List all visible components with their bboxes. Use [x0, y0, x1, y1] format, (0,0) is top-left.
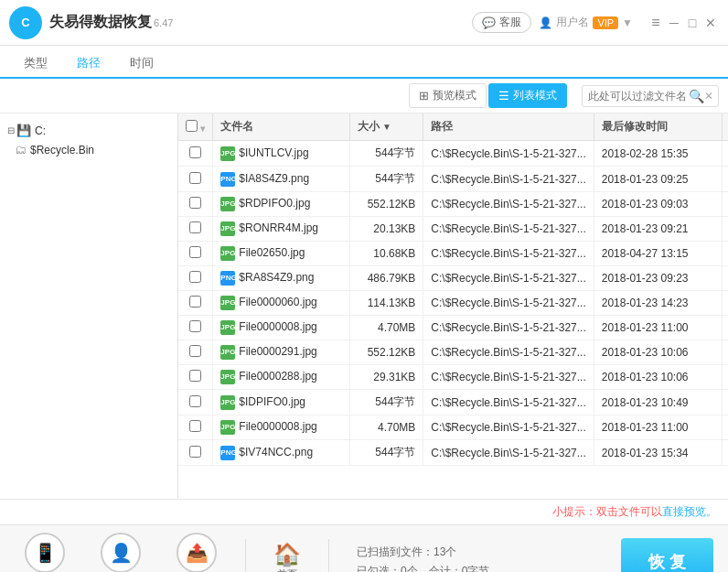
- table-row: PNG$IA8S4Z9.png 544字节 C:\$Recycle.Bin\S-…: [178, 167, 728, 192]
- tab-type[interactable]: 类型: [9, 49, 62, 79]
- tree-item-c-drive[interactable]: ⊟ 💾 C:: [0, 121, 177, 140]
- file-type-icon: JPG: [220, 246, 235, 261]
- row-path: C:\$Recycle.Bin\S-1-5-21-327...: [423, 316, 594, 340]
- app-logo: C: [9, 6, 42, 39]
- row-checkbox-cell: [178, 440, 213, 466]
- table-row: JPG$IDPIFO0.jpg 544字节 C:\$Recycle.Bin\S-…: [178, 390, 728, 416]
- sort-icon: ▾: [200, 124, 205, 134]
- col-header-name[interactable]: 文件名: [213, 113, 350, 141]
- row-name: JPGFile02650.jpg: [213, 242, 350, 266]
- row-preview: 🔍: [722, 365, 728, 390]
- row-time: 2018-04-27 13:15: [594, 242, 722, 266]
- file-type-icon: JPG: [220, 395, 235, 410]
- home-action[interactable]: 🏠 首页: [264, 542, 310, 572]
- row-time: 2018-01-23 10:49: [594, 390, 722, 416]
- row-checkbox-cell: [178, 266, 213, 291]
- preview-mode-button[interactable]: ⊞ 预览模式: [409, 83, 487, 108]
- row-checkbox[interactable]: [189, 345, 201, 357]
- tab-path[interactable]: 路径: [62, 49, 115, 79]
- search-input[interactable]: [588, 90, 689, 103]
- row-checkbox-cell: [178, 217, 213, 242]
- row-time: 2018-01-23 09:03: [594, 192, 722, 217]
- toolbar: ⊞ 预览模式 ☰ 列表模式 🔍 ✕: [0, 79, 728, 113]
- row-path: C:\$Recycle.Bin\S-1-5-21-327...: [423, 365, 594, 390]
- online-consult-action[interactable]: 👤 在线咨询: [93, 533, 148, 572]
- row-preview: 🔍: [722, 167, 728, 192]
- service-button[interactable]: 💬 客服: [472, 12, 531, 33]
- expand-icon: ⊟: [7, 125, 15, 135]
- row-size: 20.13KB: [350, 217, 423, 242]
- row-checkbox[interactable]: [189, 296, 201, 308]
- list-mode-button[interactable]: ☰ 列表模式: [488, 83, 567, 108]
- minimize-button[interactable]: ─: [666, 15, 682, 31]
- row-checkbox[interactable]: [189, 446, 201, 458]
- hint-link[interactable]: 直接预览。: [662, 504, 717, 520]
- table-row: JPG$RONRR4M.jpg 20.13KB C:\$Recycle.Bin\…: [178, 217, 728, 242]
- col-header-path[interactable]: 路径: [423, 113, 594, 141]
- hint-bar: 小提示：双击文件可以 直接预览。: [0, 499, 728, 524]
- row-checkbox[interactable]: [189, 146, 201, 158]
- app-title: 失易得数据恢复6.47: [49, 13, 472, 32]
- col-header-size[interactable]: 大小: [350, 113, 423, 141]
- row-path: C:\$Recycle.Bin\S-1-5-21-327...: [423, 192, 594, 217]
- table-row: JPGFile02650.jpg 10.68KB C:\$Recycle.Bin…: [178, 242, 728, 266]
- restore-button[interactable]: 恢 复: [621, 538, 713, 573]
- search-button[interactable]: 🔍: [689, 89, 704, 103]
- clear-search-button[interactable]: ✕: [704, 90, 713, 103]
- row-size: 486.79KB: [350, 266, 423, 291]
- row-checkbox[interactable]: [189, 246, 201, 258]
- save-scan-action[interactable]: 📤 保存扫描记录: [166, 533, 227, 572]
- row-name: JPGFile0000008.jpg: [213, 316, 350, 340]
- row-preview: 🔍: [722, 217, 728, 242]
- view-mode-group: ⊞ 预览模式 ☰ 列表模式: [409, 83, 567, 108]
- row-size: 552.12KB: [350, 192, 423, 217]
- tree-item-label: C:: [35, 124, 46, 137]
- row-time: 2018-01-23 11:00: [594, 416, 722, 440]
- file-type-icon: PNG: [220, 172, 235, 187]
- tree-item-recycle-bin[interactable]: 🗂 $Recycle.Bin: [0, 140, 177, 159]
- table-row: JPGFile0000291.jpg 552.12KB C:\$Recycle.…: [178, 340, 728, 365]
- row-checkbox-cell: [178, 416, 213, 440]
- menu-button[interactable]: ≡: [648, 15, 664, 31]
- title-bar: C 失易得数据恢复6.47 💬 客服 👤 用户名 VIP ▼ ≡ ─ □ ✕: [0, 0, 728, 46]
- row-checkbox-cell: [178, 365, 213, 390]
- row-checkbox[interactable]: [189, 395, 201, 407]
- row-size: 544字节: [350, 167, 423, 192]
- app-version: 6.47: [154, 17, 173, 28]
- row-checkbox[interactable]: [189, 370, 201, 382]
- row-checkbox[interactable]: [189, 197, 201, 209]
- row-name: PNG$RA8S4Z9.png: [213, 266, 350, 291]
- row-preview: 🔍: [722, 192, 728, 217]
- row-checkbox[interactable]: [189, 420, 201, 432]
- file-type-icon: JPG: [220, 420, 235, 435]
- row-checkbox[interactable]: [189, 271, 201, 283]
- col-header-time[interactable]: 最后修改时间: [594, 113, 722, 141]
- row-checkbox[interactable]: [189, 172, 201, 184]
- row-size: 114.13KB: [350, 291, 423, 316]
- select-all-checkbox[interactable]: [186, 120, 198, 132]
- row-name: PNG$IA8S4Z9.png: [213, 167, 350, 192]
- row-time: 2018-01-23 15:34: [594, 440, 722, 466]
- row-name: JPG$IUNTLCV.jpg: [213, 141, 350, 167]
- vip-badge: VIP: [593, 16, 618, 29]
- row-preview: 🔍: [722, 291, 728, 316]
- tree-panel: ⊟ 💾 C: 🗂 $Recycle.Bin: [0, 113, 178, 499]
- row-checkbox[interactable]: [189, 221, 201, 233]
- tab-time[interactable]: 时间: [115, 49, 168, 79]
- row-name: JPGFile0000008.jpg: [213, 416, 350, 440]
- row-time: 2018-01-23 09:25: [594, 167, 722, 192]
- mobile-icon: 📱: [25, 533, 65, 572]
- mobile-recovery-action[interactable]: 📱 手机数据恢复: [15, 533, 75, 572]
- close-button[interactable]: ✕: [702, 15, 719, 31]
- file-table: ▾ 文件名 大小 路径 最后修改时间 预览 JPG$IUNTLCV.jpg 54…: [178, 113, 728, 466]
- table-row: JPGFile0000060.jpg 114.13KB C:\$Recycle.…: [178, 291, 728, 316]
- file-type-icon: JPG: [220, 320, 235, 335]
- row-checkbox[interactable]: [189, 320, 201, 332]
- maximize-button[interactable]: □: [684, 15, 701, 31]
- scan-info-2: 已勾选：0个，合计：0字节: [357, 564, 603, 573]
- row-preview: 🔍: [722, 390, 728, 416]
- scan-info: 已扫描到文件：13个 已勾选：0个，合计：0字节: [348, 545, 603, 573]
- row-size: 544字节: [350, 390, 423, 416]
- row-name: JPG$IDPIFO0.jpg: [213, 390, 350, 416]
- row-time: 2018-01-23 11:00: [594, 316, 722, 340]
